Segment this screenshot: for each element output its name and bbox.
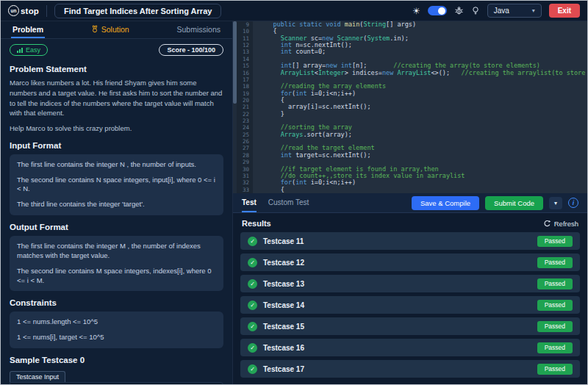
section-heading-output-format: Output Format (10, 223, 223, 231)
line-number: 25 (237, 132, 253, 138)
testcase-name: Testcase 17 (263, 365, 304, 373)
status-badge: Passed (537, 300, 573, 311)
testcase-name: Testcase 11 (263, 237, 304, 245)
testcase-name: Testcase 15 (263, 323, 304, 331)
submit-code-button[interactable]: Submit Code (485, 196, 543, 210)
section-heading-sample-testcase: Sample Testcase 0 (10, 356, 223, 364)
tab-problem[interactable]: Problem (11, 21, 45, 38)
output-format-line: The first line contains the integer M , … (17, 242, 216, 261)
testcase-row[interactable]: ✓Testcase 13Passed (240, 275, 580, 292)
results-bar: Results Refresh (233, 213, 587, 232)
passed-check-icon: ✓ (248, 279, 257, 289)
status-badge: Passed (537, 278, 573, 289)
passed-check-icon: ✓ (248, 237, 257, 246)
testcase-row[interactable]: ✓Testcase 14Passed (240, 296, 580, 314)
tab-solution[interactable]: Solution (90, 21, 131, 38)
difficulty-label: Easy (26, 46, 40, 54)
testcase-row[interactable]: ✓Testcase 12Passed (240, 253, 580, 271)
hint-bulb-icon[interactable] (471, 6, 480, 15)
code-text: { (253, 187, 284, 193)
tab-test[interactable]: Test (242, 193, 257, 212)
line-number: 19 (237, 90, 253, 97)
line-number: 20 (237, 97, 253, 104)
line-number: 28 (237, 152, 253, 159)
input-format-line: The third line contains the integer 'tar… (17, 200, 216, 209)
code-line: 25 Arrays.sort(array); (237, 132, 587, 138)
results-title: Results (242, 219, 271, 228)
problem-statement-paragraph: Help Marco to solve this crazy problem. (10, 123, 223, 134)
code-text: } (253, 111, 284, 118)
line-number: 9 (237, 21, 253, 28)
console-buttons: Save & Compile Submit Code ▾ i (412, 193, 578, 212)
tab-custom-test[interactable]: Custom Test (268, 193, 309, 212)
logo-text: stop (21, 7, 39, 15)
testcase-name: Testcase 16 (263, 344, 304, 352)
testcase-row[interactable]: ✓Testcase 15Passed (240, 317, 580, 335)
testcase-name: Testcase 12 (263, 259, 304, 267)
section-heading-input-format: Input Format (10, 141, 223, 150)
submit-dropdown-button[interactable]: ▾ (549, 197, 562, 209)
line-number: 27 (237, 145, 253, 151)
badge-row: Easy Score - 100/100 (1, 39, 232, 57)
tab-submissions[interactable]: Submissions (175, 21, 222, 38)
constraint-line: 1 <= nums[i], target <= 10^5 (17, 333, 216, 342)
line-number: 33 (237, 187, 253, 193)
code-line: 33 { (237, 187, 587, 193)
output-format-box: The first line contains the integer M , … (10, 236, 223, 291)
input-format-line: The first line contains the integer N , … (17, 160, 216, 170)
testcase-name: Testcase 13 (263, 280, 304, 288)
tab-solution-label: Solution (101, 25, 129, 34)
theme-toggle-knob (438, 7, 445, 15)
section-heading-constraints: Constraints (10, 298, 223, 307)
theme-toggle[interactable] (428, 6, 447, 15)
line-number: 14 (237, 56, 253, 62)
language-value: Java (494, 7, 509, 15)
passed-check-icon: ✓ (248, 343, 257, 353)
input-format-box: The first line contains the integer N , … (10, 154, 223, 215)
testcase-row[interactable]: ✓Testcase 17Passed (240, 360, 580, 378)
line-number: 26 (237, 138, 253, 145)
testcase-row[interactable]: ✓Testcase 16Passed (240, 339, 580, 356)
info-icon[interactable]: i (568, 198, 578, 208)
code-text (253, 138, 258, 145)
app-window: un stop Find Target Indices After Sortin… (0, 0, 588, 385)
unstop-logo[interactable]: un stop (8, 5, 39, 16)
passed-check-icon: ✓ (248, 322, 257, 331)
line-number: 15 (237, 62, 253, 69)
line-number: 22 (237, 111, 253, 118)
status-badge: Passed (537, 364, 573, 375)
exit-button[interactable]: Exit (549, 4, 580, 18)
line-number: 10 (237, 28, 253, 35)
testcase-row[interactable]: ✓Testcase 11Passed (240, 232, 580, 250)
code-text: ArrayList<Integer> indices=new ArrayList… (253, 70, 587, 76)
code-text: int target=sc.nextInt(); (253, 152, 371, 159)
line-number: 30 (237, 166, 253, 173)
medal-icon (91, 25, 98, 33)
refresh-icon (543, 220, 551, 228)
code-line: 19 for(int i=0;i<n;i++) (237, 90, 587, 97)
topbar-controls: ☀ Java (412, 4, 580, 18)
line-number: 17 (237, 76, 253, 83)
status-badge: Passed (537, 257, 573, 268)
code-line: 32 for(int i=0;i<n;i++) (237, 179, 587, 186)
refresh-button[interactable]: Refresh (543, 220, 578, 228)
code-text (253, 159, 258, 165)
code-text (253, 76, 258, 83)
code-line: 21 array[i]=sc.nextInt(); (237, 104, 587, 110)
line-number: 18 (237, 83, 253, 90)
difficulty-bars-icon (17, 48, 23, 53)
code-text: int count=0; (253, 48, 326, 55)
line-number: 29 (237, 159, 253, 165)
code-line: 22 } (237, 111, 587, 118)
code-editor[interactable]: 9 public static void main(String[] args)… (237, 21, 587, 193)
code-line: 9 public static void main(String[] args) (237, 21, 587, 28)
debug-icon[interactable] (454, 6, 464, 15)
language-select[interactable]: Java ▾ (487, 4, 542, 18)
line-number: 23 (237, 118, 253, 124)
section-heading-problem-statement: Problem Statement (10, 65, 223, 73)
score-badge: Score - 100/100 (159, 44, 223, 56)
line-number: 24 (237, 124, 253, 131)
save-compile-button[interactable]: Save & Compile (412, 196, 479, 210)
problem-panel-tabs: Problem Solution Submissions (1, 21, 232, 39)
topbar: un stop Find Target Indices After Sortin… (1, 1, 587, 21)
